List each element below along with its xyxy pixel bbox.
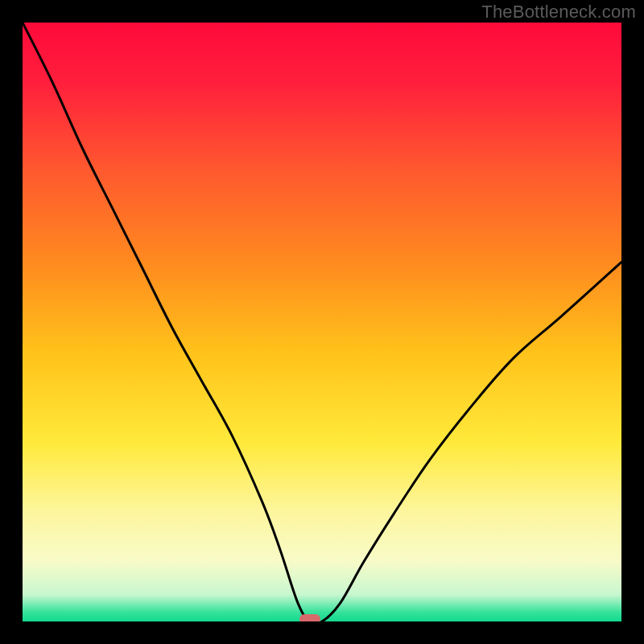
gradient-background <box>23 23 621 621</box>
chart-frame: TheBottleneck.com <box>0 0 644 644</box>
watermark-text: TheBottleneck.com <box>481 2 636 23</box>
chart-svg <box>23 23 621 621</box>
plot-area <box>23 23 621 621</box>
optimal-marker <box>299 614 320 621</box>
